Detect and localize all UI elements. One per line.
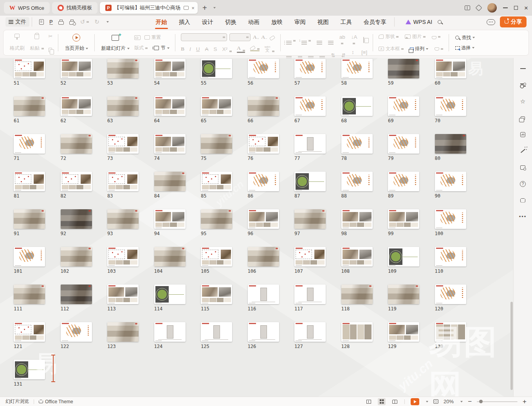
copy-icon[interactable] bbox=[49, 48, 52, 52]
shapes-button[interactable]: 形状 bbox=[379, 33, 399, 40]
slide-thumbnail[interactable] bbox=[14, 96, 45, 116]
slide-thumbnail[interactable] bbox=[107, 96, 139, 116]
slide-thumbnail[interactable] bbox=[248, 247, 279, 266]
slide-thumbnail[interactable] bbox=[341, 134, 373, 154]
slide-thumbnail[interactable] bbox=[107, 285, 139, 304]
slide-thumbnail[interactable] bbox=[61, 247, 92, 266]
strikethrough-button[interactable]: S bbox=[213, 46, 217, 52]
slide-thumbnail[interactable] bbox=[14, 172, 45, 191]
present-mode-icon[interactable] bbox=[184, 6, 189, 10]
file-menu-button[interactable]: 文件 bbox=[5, 17, 29, 27]
tab-animations[interactable]: 动画 bbox=[247, 17, 260, 27]
slide-thumbnail[interactable] bbox=[248, 134, 279, 154]
format-painter-button[interactable]: 格式刷 bbox=[9, 33, 25, 53]
bold-button[interactable]: B bbox=[181, 46, 184, 52]
undo-button[interactable]: ↺ bbox=[80, 18, 89, 25]
app-tab-wps-office[interactable]: W WPS Office bbox=[4, 2, 50, 14]
slide-thumbnail[interactable] bbox=[435, 134, 466, 154]
signature-icon[interactable] bbox=[519, 131, 527, 138]
export-pdf-button[interactable]: P bbox=[49, 20, 53, 25]
slide-thumbnail[interactable] bbox=[248, 209, 279, 229]
normal-view-button[interactable] bbox=[365, 398, 373, 405]
background-button[interactable] bbox=[435, 47, 443, 51]
vertical-scrollbar[interactable] bbox=[510, 302, 513, 390]
more-options-icon[interactable]: ••• bbox=[519, 213, 527, 220]
slide-thumbnail[interactable] bbox=[248, 172, 279, 191]
slide-thumbnail[interactable] bbox=[107, 247, 139, 266]
tab-review[interactable]: 审阅 bbox=[294, 17, 307, 27]
slide-thumbnail[interactable] bbox=[154, 59, 186, 78]
play-from-current-button[interactable]: 当页开始 bbox=[64, 33, 89, 53]
slide-thumbnail[interactable] bbox=[14, 59, 45, 78]
layout-icon[interactable] bbox=[134, 35, 141, 40]
slide-thumbnail[interactable] bbox=[154, 172, 186, 191]
bullets-icon[interactable] bbox=[286, 37, 296, 43]
slide-thumbnail[interactable] bbox=[435, 172, 466, 191]
underline-button[interactable]: U bbox=[196, 46, 200, 52]
font-size-combo[interactable] bbox=[229, 33, 251, 41]
apps-cube-icon[interactable] bbox=[476, 5, 482, 11]
cloud-status-icon[interactable] bbox=[487, 19, 495, 25]
slide-thumbnail[interactable] bbox=[435, 285, 466, 304]
properties-sliders-icon[interactable] bbox=[519, 82, 527, 89]
zoom-chevron-icon[interactable] bbox=[460, 401, 463, 402]
split-view-icon[interactable] bbox=[465, 5, 470, 10]
help-icon[interactable]: ? bbox=[519, 180, 527, 187]
increase-indent-icon[interactable] bbox=[328, 37, 334, 43]
slide-thumbnail[interactable] bbox=[14, 360, 45, 379]
slide-thumbnail[interactable] bbox=[61, 172, 92, 191]
slide-thumbnail[interactable] bbox=[435, 209, 466, 229]
slide-sorter-view-button[interactable] bbox=[378, 398, 386, 405]
favorites-star-icon[interactable]: ☆ bbox=[519, 98, 527, 105]
theme-label[interactable]: Office Theme bbox=[45, 399, 73, 404]
duplicate-slide-icon[interactable] bbox=[519, 114, 527, 121]
align-right-icon[interactable] bbox=[308, 53, 314, 58]
convert-smartart-icon[interactable] bbox=[363, 37, 364, 43]
slide-thumbnail[interactable] bbox=[388, 209, 419, 229]
slide-thumbnail[interactable] bbox=[388, 172, 419, 191]
clear-format-icon[interactable] bbox=[269, 35, 275, 41]
minimize-button[interactable] bbox=[503, 7, 508, 8]
text-highlight-icon[interactable]: ab bbox=[339, 34, 345, 45]
slide-thumbnail[interactable] bbox=[435, 96, 466, 116]
tab-home[interactable]: 开始 bbox=[155, 17, 168, 27]
close-button[interactable]: × bbox=[524, 5, 528, 11]
print-preview-button[interactable] bbox=[69, 19, 75, 25]
font-name-combo[interactable] bbox=[181, 33, 227, 41]
slide-thumbnail[interactable] bbox=[201, 59, 232, 78]
close-tab-icon[interactable]: × bbox=[191, 5, 195, 11]
slide-thumbnail[interactable] bbox=[14, 322, 45, 342]
slide-thumbnail[interactable] bbox=[248, 285, 279, 304]
align-left-icon[interactable] bbox=[286, 53, 292, 58]
increase-font-icon[interactable]: A+ bbox=[253, 34, 259, 40]
slide-thumbnail[interactable] bbox=[435, 322, 466, 342]
save-button[interactable] bbox=[39, 19, 44, 25]
slide-thumbnail[interactable] bbox=[388, 322, 419, 342]
para-spacing-icon[interactable]: ⇵ bbox=[341, 52, 346, 58]
slide-thumbnail[interactable] bbox=[107, 59, 139, 78]
slide-thumbnail[interactable] bbox=[107, 134, 139, 154]
slide-thumbnail[interactable] bbox=[341, 96, 373, 116]
slide-sorter-canvas[interactable]: 5152535455565758596061626364656667686970… bbox=[0, 58, 513, 397]
slide-thumbnail[interactable] bbox=[154, 247, 186, 266]
layout-button[interactable]: 版式 bbox=[134, 45, 148, 51]
tab-tools[interactable]: 工具 bbox=[340, 17, 353, 27]
tab-view[interactable]: 视图 bbox=[317, 17, 330, 27]
slide-thumbnail[interactable] bbox=[107, 209, 139, 229]
slide-thumbnail[interactable] bbox=[435, 59, 466, 78]
slide-thumbnail[interactable] bbox=[341, 59, 373, 78]
quick-access-chevron-icon[interactable] bbox=[106, 21, 109, 23]
slide-thumbnail[interactable] bbox=[201, 247, 232, 266]
tab-design[interactable]: 设计 bbox=[201, 17, 214, 27]
zoom-level-label[interactable]: 20% bbox=[444, 399, 454, 404]
highlight-button[interactable] bbox=[250, 47, 260, 51]
slide-thumbnail[interactable] bbox=[14, 209, 45, 229]
user-avatar[interactable] bbox=[487, 3, 497, 13]
line-up-spacing-icon[interactable]: ⇅ bbox=[331, 52, 335, 58]
slide-thumbnail[interactable] bbox=[61, 96, 92, 116]
slide-thumbnail[interactable] bbox=[248, 322, 279, 342]
play-options-chevron-icon[interactable] bbox=[426, 401, 428, 402]
slide-thumbnail[interactable] bbox=[341, 209, 373, 229]
slide-thumbnail[interactable] bbox=[107, 172, 139, 191]
smart-beautify-wand-icon[interactable] bbox=[519, 147, 527, 154]
